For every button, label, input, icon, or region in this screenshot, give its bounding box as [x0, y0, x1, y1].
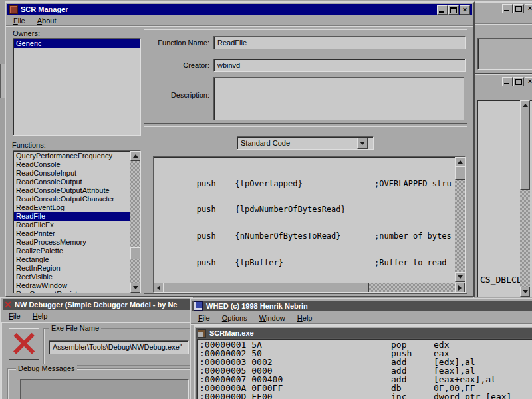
- list-item-function[interactable]: ReadConsole: [14, 160, 130, 169]
- close-button[interactable]: ×: [460, 5, 470, 15]
- divider: [475, 23, 532, 25]
- background-listbox[interactable]: CS_DBLCL: [477, 100, 532, 297]
- menu-file[interactable]: File: [3, 311, 27, 322]
- owners-listbox[interactable]: Generic: [13, 38, 141, 136]
- maximize-button[interactable]: [513, 4, 524, 13]
- menu-window[interactable]: Window: [253, 313, 291, 324]
- scrollbar-thumb[interactable]: [455, 166, 466, 180]
- scr-manager-window: SCR Manager × File About Owners: Generic…: [5, 1, 475, 297]
- scrollbar-horizontal[interactable]: [154, 283, 465, 292]
- scroll-right-button[interactable]: [455, 283, 465, 293]
- scroll-left-button[interactable]: [154, 283, 164, 293]
- description-field[interactable]: [213, 77, 464, 120]
- nw-debugger-menubar: File Help: [3, 311, 53, 322]
- scroll-down-button[interactable]: [520, 287, 530, 297]
- close-button[interactable]: ×: [525, 4, 532, 13]
- scrollbar-vertical[interactable]: [520, 100, 530, 297]
- scrollbar-thumb[interactable]: [520, 110, 530, 190]
- list-item-function[interactable]: ReadPrinter: [14, 229, 130, 238]
- stop-debug-button[interactable]: [9, 328, 39, 360]
- combobox-dropdown-button[interactable]: [357, 138, 368, 149]
- scroll-down-button[interactable]: [130, 283, 141, 293]
- list-item-function[interactable]: RectInRegion: [14, 264, 130, 273]
- nw-debugger-red-x-icon: [4, 301, 12, 309]
- creator-label: Creator:: [156, 61, 209, 69]
- code-area[interactable]: push {lpOverlapped} ;OVERLAPPED stru pus…: [153, 156, 466, 293]
- menu-help[interactable]: Help: [291, 313, 319, 324]
- list-item-function[interactable]: ReadConsoleOutput: [14, 178, 130, 186]
- scrman-child-window: SCRMan.exe :00000001 5Apopedx :00000002 …: [194, 325, 532, 399]
- maximize-button[interactable]: [513, 77, 524, 86]
- menu-file[interactable]: File: [192, 313, 216, 324]
- red-x-icon: [9, 329, 39, 359]
- minimize-button[interactable]: [437, 5, 448, 15]
- menubar-divider: [6, 25, 473, 27]
- child-window-title: SCRMan.exe: [209, 329, 254, 337]
- list-item-function[interactable]: RegConnectRegistry: [14, 290, 130, 293]
- list-item-owner[interactable]: Generic: [14, 39, 140, 48]
- code-text: push {lpOverlapped} ;OVERLAPPED stru pus…: [158, 162, 454, 282]
- list-item-function[interactable]: RectVisible: [14, 273, 130, 281]
- exe-file-field[interactable]: Assembler\Tools\Debug\NWDebug.exe": [49, 340, 189, 354]
- scrman-titlebar[interactable]: SCRMan.exe: [196, 328, 532, 338]
- scr-manager-icon: [9, 5, 18, 14]
- background-panel: [477, 38, 532, 70]
- debug-messages-group-label: Debug Messages: [16, 364, 77, 372]
- function-name-field[interactable]: ReadFile: [213, 36, 466, 49]
- list-item-function[interactable]: RedrawWindow: [14, 281, 130, 290]
- scroll-up-button[interactable]: [520, 100, 530, 110]
- code-panel: Standard Code push {lpOverlapped} ;OVERL…: [144, 126, 467, 294]
- scrman-icon: [198, 329, 206, 338]
- scroll-up-button[interactable]: [130, 151, 141, 161]
- scroll-down-button[interactable]: [455, 272, 466, 282]
- desktop: × × CS_DBLCL SCR Manager: [0, 0, 532, 399]
- creator-field[interactable]: wbinvd: [213, 59, 466, 72]
- scroll-up-button[interactable]: [455, 157, 466, 167]
- code-type-combobox[interactable]: Standard Code: [237, 136, 374, 150]
- menu-help[interactable]: Help: [27, 311, 54, 322]
- description-label: Description:: [156, 91, 209, 99]
- code-type-value: Standard Code: [241, 139, 290, 147]
- background-window-a: ×: [473, 1, 532, 74]
- exe-file-group-label: Exe File Name: [49, 324, 101, 332]
- window-title: NW Debugger (Simple Debugger Model - by …: [15, 301, 177, 309]
- scrollbar-vertical[interactable]: [455, 157, 465, 282]
- functions-listbox[interactable]: QueryPerformanceFrequency ReadConsole Re…: [13, 150, 141, 293]
- close-button[interactable]: ×: [525, 77, 532, 86]
- minimize-button[interactable]: [502, 4, 513, 13]
- nw-debugger-titlebar[interactable]: NW Debugger (Simple Debugger Model - by …: [3, 299, 192, 310]
- whed-window: WHED (c) 1998 Henrik Nebrin File Options…: [190, 298, 532, 399]
- minimize-button[interactable]: [502, 77, 513, 86]
- function-name-label: Function Name:: [156, 39, 209, 47]
- menubar-divider: [191, 323, 532, 325]
- exe-file-group: Exe File Name Assembler\Tools\Debug\NWDe…: [43, 328, 198, 366]
- list-item-function[interactable]: ReadConsoleInput: [14, 169, 130, 178]
- scrollbar-thumb[interactable]: [163, 283, 369, 293]
- listbox-text: CS_DBLCL: [480, 275, 522, 285]
- scrollbar-vertical[interactable]: [130, 151, 140, 293]
- whed-icon: [194, 301, 203, 311]
- whed-titlebar[interactable]: WHED (c) 1998 Henrik Nebrin: [192, 301, 532, 311]
- debug-messages-area[interactable]: [20, 379, 189, 399]
- menu-options[interactable]: Options: [216, 313, 253, 324]
- disassembly-listing[interactable]: :00000001 5Apopedx :00000002 50pusheax :…: [196, 338, 532, 399]
- disasm-row: :0000000D FF00incdword ptr [eax]: [200, 392, 532, 399]
- list-item-function-selected[interactable]: ReadFile: [14, 212, 130, 221]
- nw-debugger-window: NW Debugger (Simple Debugger Model - by …: [0, 297, 194, 399]
- functions-label: Functions:: [12, 141, 46, 149]
- list-item-function[interactable]: ReadFileEx: [14, 221, 130, 229]
- owners-label: Owners:: [13, 29, 40, 37]
- scr-manager-titlebar[interactable]: SCR Manager: [7, 4, 472, 15]
- list-item-function[interactable]: QueryPerformanceFrequency: [14, 152, 130, 160]
- maximize-button[interactable]: [448, 5, 459, 15]
- list-item-function[interactable]: Rectangle: [14, 255, 130, 264]
- list-item-function[interactable]: RealizePalette: [14, 247, 130, 255]
- list-item-function[interactable]: ReadEventLog: [14, 203, 130, 212]
- chevron-down-icon: [360, 142, 365, 145]
- scrollbar-thumb[interactable]: [130, 247, 141, 259]
- whed-menubar: File Options Window Help: [192, 313, 318, 324]
- window-title: WHED (c) 1998 Henrik Nebrin: [206, 302, 308, 310]
- list-item-function[interactable]: ReadConsoleOutputAttribute: [14, 186, 130, 195]
- list-item-function[interactable]: ReadProcessMemory: [14, 238, 130, 247]
- list-item-function[interactable]: ReadConsoleOutputCharacter: [14, 195, 130, 203]
